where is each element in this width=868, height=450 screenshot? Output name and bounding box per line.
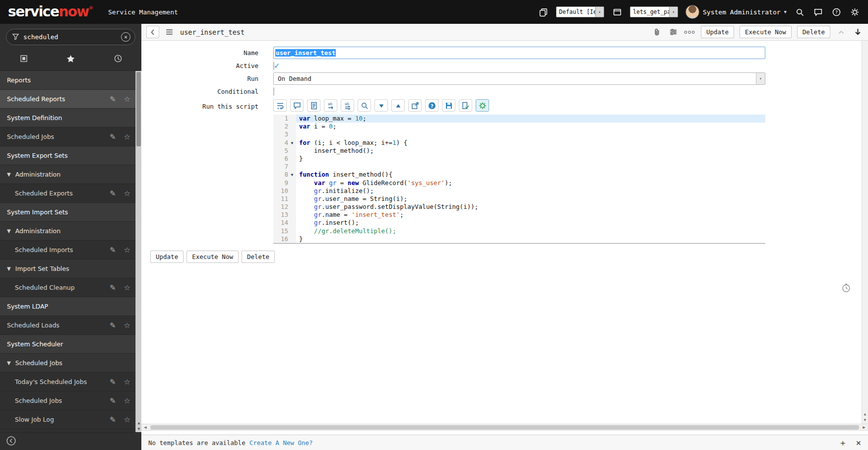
sidebar-item[interactable]: Reports	[0, 71, 135, 90]
edit-module-pencil-icon[interactable]: ✎	[110, 378, 116, 386]
favorite-star-icon[interactable]: ☆	[124, 283, 130, 292]
application-window-icon[interactable]	[612, 6, 622, 17]
chat-icon[interactable]	[812, 6, 823, 17]
sidebar-item[interactable]: ▼Scheduled Jobs	[0, 354, 135, 373]
sidebar-scrollbar[interactable]: ▲ ▼	[135, 71, 141, 432]
navigator-filter[interactable]: ✕	[6, 29, 135, 45]
code-line[interactable]: 10 gr.initialize();	[273, 187, 765, 195]
personalize-form-sliders-icon[interactable]	[668, 27, 679, 38]
close-template-bar-icon[interactable]: ✕	[856, 439, 861, 447]
favorite-star-icon[interactable]: ☆	[124, 189, 130, 198]
name-input[interactable]: user_insert_test	[273, 47, 765, 59]
collapse-navigator-icon[interactable]	[6, 436, 16, 448]
delete-button[interactable]: Delete	[797, 26, 830, 38]
sidebar-item[interactable]: ▼Import Set Tables	[0, 259, 135, 278]
avatar[interactable]	[685, 5, 699, 19]
edit-module-pencil-icon[interactable]: ✎	[110, 415, 116, 424]
code-line[interactable]: 14 gr.insert();	[273, 219, 765, 227]
code-line[interactable]: 4▼for (i; i < loop_max; i+=1) {	[273, 139, 765, 147]
scrollbar-thumb[interactable]	[150, 425, 859, 430]
create-template-link[interactable]: Create A New One?	[249, 439, 313, 447]
sidebar-item[interactable]: Scheduled Reports✎☆	[0, 90, 135, 109]
sidebar-item[interactable]: Today's Scheduled Jobs✎☆	[0, 373, 135, 391]
find-icon[interactable]	[358, 99, 371, 112]
code-fold-icon[interactable]: ▼	[288, 139, 296, 147]
sidebar-item[interactable]: Slow Job Log✎☆	[0, 410, 135, 429]
sidebar-item[interactable]: Scheduled Cleanup✎☆	[0, 278, 135, 297]
syntax-check-icon[interactable]	[459, 99, 472, 112]
favorite-star-icon[interactable]: ☆	[124, 396, 130, 405]
next-record-icon[interactable]	[852, 27, 863, 38]
tab-favorites[interactable]	[47, 51, 94, 66]
favorite-star-icon[interactable]: ☆	[124, 415, 130, 424]
edit-module-pencil-icon[interactable]: ✎	[110, 321, 116, 330]
favorite-star-icon[interactable]: ☆	[124, 378, 130, 386]
delete-button[interactable]: Delete	[242, 251, 275, 263]
add-template-icon[interactable]: ＋	[839, 439, 847, 447]
sidebar-item[interactable]: Scheduled Exports✎☆	[0, 184, 135, 203]
favorite-star-icon[interactable]: ☆	[124, 246, 130, 255]
sidebar-item[interactable]: Scheduled Imports✎☆	[0, 241, 135, 259]
script-editor[interactable]: 1var loop_max = 10;2var i = 0;34▼for (i;…	[273, 115, 765, 244]
toggle-wrap-icon[interactable]	[273, 99, 287, 112]
sidebar-item[interactable]: Scheduled Loads✎☆	[0, 316, 135, 335]
tab-all-applications[interactable]	[0, 51, 47, 66]
edit-module-pencil-icon[interactable]: ✎	[110, 283, 116, 292]
code-line[interactable]: 15 //gr.deleteMultiple();	[273, 227, 765, 235]
edit-module-pencil-icon[interactable]: ✎	[110, 189, 116, 198]
horizontal-scrollbar[interactable]: ◀ ▶	[141, 424, 868, 431]
edit-module-pencil-icon[interactable]: ✎	[110, 396, 116, 405]
update-set-stack-icon[interactable]	[538, 6, 549, 17]
code-line[interactable]: 13 gr.name = 'insert_test';	[273, 211, 765, 219]
script-debugger-icon[interactable]	[476, 99, 489, 112]
sidebar-item[interactable]: Scheduled Jobs✎☆	[0, 128, 135, 146]
code-line[interactable]: 12 gr.user_password.setDisplayValue(Stri…	[273, 203, 765, 211]
previous-record-icon[interactable]	[836, 27, 847, 38]
tab-history[interactable]	[94, 51, 141, 66]
sidebar-item[interactable]: ▼Administration	[0, 165, 135, 184]
user-menu[interactable]: System Administrator ▼	[685, 5, 787, 19]
scroll-left-icon[interactable]: ◀	[141, 425, 149, 430]
code-line[interactable]: 9 var gr = new GlideRecord('sys_user');	[273, 179, 765, 187]
edit-module-pencil-icon[interactable]: ✎	[110, 246, 116, 255]
edit-module-pencil-icon[interactable]: ✎	[110, 95, 116, 104]
more-options-button[interactable]: ooo	[684, 29, 695, 35]
collapse-caret-icon[interactable]: ▼	[7, 172, 11, 177]
attachment-paperclip-icon[interactable]	[651, 27, 662, 38]
collapse-caret-icon[interactable]: ▼	[7, 228, 11, 234]
vertical-scrollbar[interactable]: ▲ ▼	[862, 41, 868, 424]
update-button[interactable]: Update	[150, 251, 184, 263]
code-line[interactable]: 16}	[273, 235, 765, 243]
open-in-window-icon[interactable]	[408, 99, 422, 112]
collapse-caret-icon[interactable]: ▼	[7, 266, 11, 271]
sidebar-item[interactable]: System LDAP	[0, 297, 135, 316]
sidebar-item[interactable]: System Export Sets	[0, 146, 135, 165]
help-icon[interactable]: ?	[425, 99, 438, 112]
help-icon[interactable]: ?	[831, 6, 842, 17]
clear-filter-icon[interactable]: ✕	[121, 32, 130, 42]
response-time-clock-icon[interactable]	[841, 283, 851, 294]
chevron-down-icon[interactable]: ▾	[756, 73, 765, 84]
sidebar-item[interactable]: System Import Sets	[0, 203, 135, 222]
favorite-star-icon[interactable]: ☆	[124, 95, 130, 104]
toggle-comment-icon[interactable]	[290, 99, 304, 112]
code-fold-icon[interactable]: ▼	[288, 171, 296, 179]
gear-icon[interactable]	[849, 6, 860, 17]
form-context-menu-icon[interactable]	[164, 27, 175, 38]
conditional-checkbox[interactable]	[273, 87, 274, 96]
back-button[interactable]	[146, 26, 159, 38]
scroll-up-icon[interactable]: ▲	[862, 411, 868, 417]
execute-now-button[interactable]: Execute Now	[186, 251, 239, 263]
scroll-up-icon[interactable]: ▲	[136, 420, 141, 426]
update-button[interactable]: Update	[701, 26, 734, 38]
sidebar-item[interactable]: System Definition	[0, 109, 135, 128]
code-line[interactable]: 1var loop_max = 10;	[273, 115, 765, 123]
active-checkbox[interactable]	[273, 62, 274, 70]
global-search-icon[interactable]	[794, 6, 805, 17]
code-line[interactable]: 8▼function insert_method(){	[273, 171, 765, 179]
code-line[interactable]: 5 insert_method();	[273, 147, 765, 155]
scroll-down-icon[interactable]: ▼	[136, 426, 141, 432]
run-select[interactable]: On Demand ▾	[273, 72, 765, 85]
code-line[interactable]: 3	[273, 130, 765, 138]
scrollbar-thumb[interactable]	[136, 72, 141, 146]
